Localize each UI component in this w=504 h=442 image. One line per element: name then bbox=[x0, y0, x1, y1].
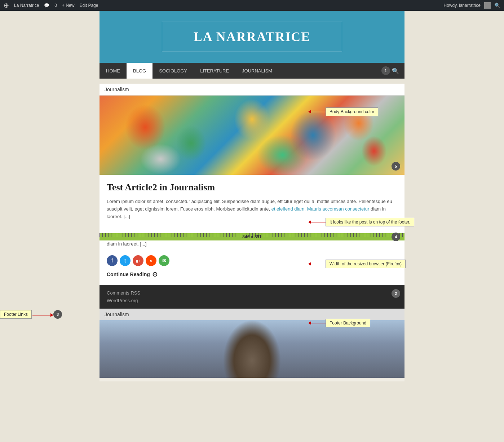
category-label: Journalism bbox=[100, 84, 404, 96]
admin-bar: ⊕ La Narratrice 💬 0 + New Edit Page Howd… bbox=[0, 0, 504, 11]
comment-count: 0 bbox=[54, 3, 57, 8]
nav-sociology[interactable]: SOCIOLOGY bbox=[152, 63, 194, 79]
comment-icon: 💬 bbox=[44, 3, 49, 8]
site-footer: Comments RSS WordPress.org 2 bbox=[100, 285, 404, 309]
nav-items: HOME BLOG SOCIOLOGY LITERATURE JOURNALIS… bbox=[100, 63, 279, 79]
search-icon[interactable]: 🔍 bbox=[494, 3, 500, 8]
nav-blog[interactable]: BLOG bbox=[127, 63, 152, 79]
new-button[interactable]: + New bbox=[62, 3, 74, 8]
body-bg-arrow bbox=[308, 110, 326, 114]
share-twitter[interactable]: t bbox=[120, 255, 131, 266]
article-title: Test Article2 in Journalism bbox=[107, 182, 397, 193]
howdy-text: Howdy, lanarratrice bbox=[444, 3, 481, 8]
circle-badge-4: 4 bbox=[392, 233, 400, 241]
footer-links-arrow bbox=[32, 313, 53, 317]
browser-width-arrowhead bbox=[308, 262, 311, 266]
site-title: LA NARRATRICE bbox=[169, 29, 335, 44]
continue-reading-arrow-icon: ⊙ bbox=[152, 270, 158, 278]
page-container: ⊕ La Narratrice 💬 0 + New Edit Page Howd… bbox=[0, 0, 504, 381]
body-bg-arrowhead bbox=[308, 110, 311, 114]
post-footer-arrowhead bbox=[308, 220, 311, 224]
site-name[interactable]: La Narratrice bbox=[14, 3, 39, 8]
article-continued: diam in laoreet. [...] bbox=[100, 240, 404, 252]
body-bg-strip bbox=[100, 79, 404, 84]
post-footer-arrow bbox=[308, 220, 326, 224]
admin-bar-right: Howdy, lanarratrice 🔍 bbox=[444, 2, 500, 9]
footer-bg-line bbox=[311, 323, 326, 323]
nav-literature[interactable]: LITERATURE bbox=[194, 63, 235, 79]
annotation-body-bg: Body Background color bbox=[308, 107, 378, 116]
share-googleplus[interactable]: g+ bbox=[133, 255, 143, 266]
body-bg-label: Body Background color bbox=[326, 107, 378, 116]
annotation-footer-bg: Footer Background bbox=[308, 319, 370, 327]
second-article-image bbox=[100, 320, 404, 378]
nav-circle-badge: 1 bbox=[381, 66, 390, 75]
wp-logo-icon[interactable]: ⊕ bbox=[4, 1, 9, 9]
share-email[interactable]: ✉ bbox=[159, 255, 169, 266]
nav-home[interactable]: HOME bbox=[100, 63, 127, 79]
annotation-post-footer: It looks like the post is on top of the … bbox=[308, 218, 414, 226]
avatar bbox=[484, 2, 491, 9]
img-circle-badge: 5 bbox=[392, 162, 400, 171]
nav-journalism[interactable]: JOURNALISM bbox=[235, 63, 279, 79]
continue-reading-link[interactable]: Continue Reading ⊙ bbox=[100, 270, 404, 285]
article-excerpt: Lorem ipsum dolor sit amet, consectetur … bbox=[107, 198, 397, 220]
statue-bg-decoration bbox=[100, 320, 404, 378]
footer-link-comments-rss[interactable]: Comments RSS bbox=[107, 289, 397, 297]
edit-page-button[interactable]: Edit Page bbox=[79, 3, 98, 8]
body-bg-line bbox=[311, 112, 326, 112]
site-nav: HOME BLOG SOCIOLOGY LITERATURE JOURNALIS… bbox=[100, 63, 404, 79]
footer-bg-arrowhead bbox=[308, 321, 311, 325]
post-footer-label: It looks like the post is on top of the … bbox=[326, 218, 414, 226]
browser-width-arrow bbox=[308, 262, 326, 266]
browser-width-line bbox=[311, 264, 326, 264]
share-facebook[interactable]: f bbox=[107, 255, 118, 266]
footer-links-label: Footer Links bbox=[0, 310, 32, 319]
share-stumbleupon[interactable]: s bbox=[146, 255, 156, 266]
circle-badge-3: 3 bbox=[53, 310, 62, 319]
footer-bg-label: Footer Background bbox=[326, 319, 370, 327]
footer-bg-arrow bbox=[308, 321, 326, 325]
circle-badge-2: 2 bbox=[392, 289, 400, 298]
header-inner: LA NARRATRICE bbox=[162, 22, 342, 52]
continue-reading-label: Continue Reading bbox=[107, 271, 150, 277]
post-footer-line bbox=[311, 222, 326, 222]
site-header: LA NARRATRICE bbox=[100, 11, 404, 63]
browser-width-label: Width of the resized browser (Firefox) bbox=[326, 260, 406, 268]
article-card: 5 Test Article2 in Journalism Lorem ipsu… bbox=[100, 96, 404, 285]
highlight-text: et eleifend diam. Mauris accomsan consec… bbox=[271, 206, 370, 212]
annotation-browser-width: Width of the resized browser (Firefox) bbox=[308, 260, 406, 268]
footer-link-wordpress[interactable]: WordPress.org bbox=[107, 297, 397, 304]
ruler-label: 846 x 891 bbox=[242, 234, 261, 239]
ruler-overlay: 846 x 891 4 bbox=[100, 233, 404, 240]
